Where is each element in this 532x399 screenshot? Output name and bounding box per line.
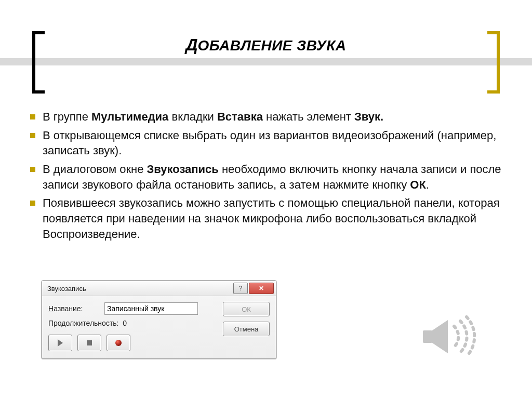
bold: Вставка (217, 110, 263, 123)
text: В диалоговом окне (43, 163, 147, 176)
bullet-1: В группе Мультимедиа вкладки Вставка наж… (25, 109, 511, 125)
bracket-right (483, 31, 500, 94)
record-icon (115, 340, 122, 346)
dialog-title: Звукозапись (47, 285, 232, 292)
close-button[interactable]: ✕ (249, 283, 274, 294)
bullet-2: В открывающемся списке выбрать один из в… (25, 128, 511, 158)
dialog-titlebar[interactable]: Звукозапись ? ✕ (42, 281, 276, 296)
close-icon: ✕ (259, 285, 264, 292)
svg-marker-1 (432, 320, 448, 353)
svg-rect-0 (423, 330, 432, 343)
sound-recorder-dialog: Звукозапись ? ✕ Название: Продолжительно… (42, 281, 276, 359)
record-button[interactable] (107, 335, 130, 351)
bold: Звукозапись (147, 163, 219, 176)
body-bullets: В группе Мультимедиа вкладки Вставка наж… (25, 109, 511, 245)
text: вкладки (168, 110, 217, 123)
speaker-icon (418, 311, 480, 363)
play-button[interactable] (48, 335, 72, 351)
text: азвание: (54, 304, 83, 313)
bold: Мультимедиа (91, 110, 168, 123)
bold: Звук. (354, 110, 383, 123)
help-button[interactable]: ? (233, 283, 248, 294)
page-title: ДОБАВЛЕНИЕ ЗВУКА (52, 35, 480, 55)
name-label: Название: (48, 304, 104, 313)
help-icon: ? (239, 285, 243, 292)
text: В группе (43, 110, 91, 123)
title-rule (0, 58, 532, 65)
ok-button[interactable]: ОК (223, 302, 270, 316)
bullet-4: Появившееся звукозапись можно запустить … (25, 195, 511, 242)
dialog-right-buttons: ОК Отмена (223, 302, 270, 336)
title-first-letter: Д (185, 35, 197, 54)
mnemonic: Н (48, 304, 54, 313)
text: нажать элемент (263, 110, 354, 123)
text: . (426, 178, 429, 191)
stop-button[interactable] (77, 335, 101, 351)
transport-controls (48, 335, 270, 351)
bold: ОК (410, 178, 426, 191)
duration-label: Продолжительность: (48, 319, 118, 327)
stop-icon (87, 340, 92, 345)
name-input[interactable] (104, 302, 198, 315)
bullet-3: В диалоговом окне Звукозапись необходимо… (25, 162, 511, 192)
duration-value: 0 (123, 319, 127, 327)
cancel-button[interactable]: Отмена (223, 322, 270, 336)
play-icon (58, 339, 63, 347)
bracket-left (32, 31, 49, 94)
title-rest: ОБАВЛЕНИЕ ЗВУКА (198, 37, 347, 54)
